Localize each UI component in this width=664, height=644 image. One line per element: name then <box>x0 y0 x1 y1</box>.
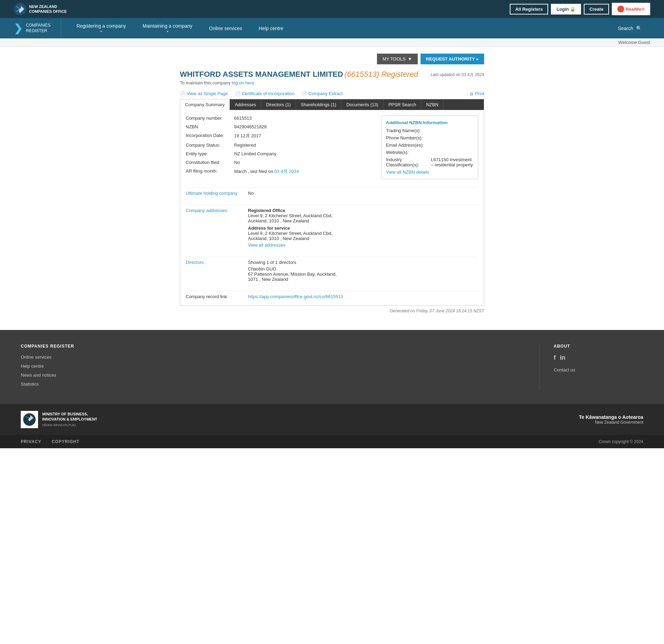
info-left: Company number: 6615513 NZBN: 9429046521… <box>186 116 375 179</box>
logo-text: COMPANIES REGISTER <box>26 23 50 34</box>
mbie-crest-icon <box>22 413 36 426</box>
nav-online-services[interactable]: Online services <box>201 18 250 38</box>
realme-icon <box>617 6 624 12</box>
mbie-logo-section: MINISTRY OF BUSINESS, INNOVATION & EMPLO… <box>21 411 97 428</box>
field-constitution: Constitution filed: No <box>186 160 375 165</box>
nzbn-title: Additional NZBN Information <box>386 120 474 125</box>
footer-left: COMPANIES REGISTER Online services Help … <box>21 344 526 390</box>
realme-button[interactable]: RealMe® <box>612 3 650 15</box>
certificate-incorporation-link[interactable]: 📄 Certificate of Incorporation <box>235 91 294 96</box>
tools-bar: MY TOOLS ▼ REQUEST AUTHORITY » <box>180 54 484 64</box>
chevron-down-icon: ▾ <box>167 29 168 33</box>
login-button[interactable]: Login 🔒 <box>551 4 581 15</box>
field-incorporation-date: Incorporation Date: 19 12月 2017 <box>186 133 375 139</box>
all-registers-button[interactable]: All Registers <box>510 4 548 15</box>
print-link[interactable]: 🖨 Print <box>469 91 484 96</box>
main-content: MY TOOLS ▼ REQUEST AUTHORITY » Last upda… <box>173 54 491 316</box>
my-tools-button[interactable]: MY TOOLS ▼ <box>377 54 417 64</box>
footer-legal: PRIVACY COPYRIGHT Crown copyright © 2024 <box>0 435 664 448</box>
service-address: Address for service Level 9, 2 Kitchener… <box>248 226 478 241</box>
nav-registering[interactable]: Registering a company ▾ <box>68 18 134 38</box>
list-item: Online services <box>21 354 526 360</box>
nzco-logo: NEW ZEALAND COMPANIES OFFICE <box>14 3 67 15</box>
tab-nzbn[interactable]: NZBN <box>421 99 443 110</box>
footer: COMPANIES REGISTER Online services Help … <box>0 330 664 404</box>
holding-label: Ultimate holding company <box>186 191 248 196</box>
last-updated: Last updated on 03 4月 2024 <box>431 72 484 78</box>
tab-directors[interactable]: Directors (1) <box>261 99 296 110</box>
search-icon: 🔍 <box>636 26 642 31</box>
nz-logo-text: NEW ZEALAND COMPANIES OFFICE <box>29 4 67 14</box>
tab-documents[interactable]: Documents (13) <box>341 99 383 110</box>
maintain-link-row: To maintain this company log on here <box>180 80 484 85</box>
footer-contact: Contact us <box>554 367 643 372</box>
nav-help-centre[interactable]: Help centre <box>250 18 292 38</box>
nzg-maori-text: Te Kāwanatanga o Aotearoa <box>579 414 643 420</box>
top-bar-actions: All Registers Login 🔒 Create RealMe® <box>510 3 650 15</box>
certificate-icon: 📄 <box>235 91 240 96</box>
request-authority-button[interactable]: REQUEST AUTHORITY » <box>421 54 484 64</box>
directors-section: Directors Showing 1 of 1 directors Chaob… <box>180 260 484 288</box>
directors-link[interactable]: Directors <box>186 260 204 265</box>
view-all-nzbn-link[interactable]: View all NZBN details <box>386 169 474 175</box>
company-number-status: (6615513) Registered <box>344 70 418 79</box>
footer-companies-title: COMPANIES REGISTER <box>21 344 526 349</box>
nav-maintaining[interactable]: Maintaining a company ▾ <box>134 18 201 38</box>
nzbn-email: Email Address(es): <box>386 142 474 148</box>
search-button[interactable]: Search 🔍 <box>610 18 650 38</box>
tab-addresses[interactable]: Addresses <box>230 99 261 110</box>
linkedin-icon[interactable]: in <box>560 354 565 361</box>
list-item: Statistics <box>21 381 526 387</box>
director-address1: 67 Patteson Avenue, Mission Bay, Aucklan… <box>248 272 478 277</box>
nav-bar: ❯ COMPANIES REGISTER Registering a compa… <box>0 18 664 38</box>
ar-filing-link[interactable]: 03 4月 2024 <box>274 169 299 174</box>
view-all-addresses-link[interactable]: View all addresses <box>248 242 478 248</box>
company-name: WHITFORD ASSETS MANAGEMENT LIMITED <box>180 70 343 79</box>
footer-online-services-link[interactable]: Online services <box>21 355 52 360</box>
nz-fern-icon <box>14 3 26 15</box>
field-company-status: Company Status: Registered <box>186 142 375 148</box>
director-name: Chaobin GUO <box>248 266 478 272</box>
addresses-section: Company addresses: Registered Office Lev… <box>180 208 484 254</box>
record-link-section: Company record link: https://app.compani… <box>180 294 484 305</box>
list-item: Help centre <box>21 363 526 369</box>
company-record-link[interactable]: https://app.companiesoffice.govt.nz/co/6… <box>248 294 343 299</box>
tab-shareholdings[interactable]: Shareholdings (1) <box>296 99 342 110</box>
footer-help-centre-link[interactable]: Help centre <box>21 364 44 369</box>
facebook-icon[interactable]: f <box>554 354 556 361</box>
company-info: Company number: 6615513 NZBN: 9429046521… <box>180 110 484 185</box>
footer-news-notices-link[interactable]: News and notices <box>21 372 56 378</box>
nzbn-info-box: Additional NZBN Information Trading Name… <box>381 116 478 179</box>
company-extract-link[interactable]: 📄 Company Extract <box>301 91 343 96</box>
dropdown-icon: ▼ <box>408 56 412 62</box>
privacy-link[interactable]: PRIVACY <box>21 439 41 444</box>
mbie-footer: MINISTRY OF BUSINESS, INNOVATION & EMPLO… <box>0 404 664 435</box>
company-addresses-link[interactable]: Company addresses: <box>186 208 228 213</box>
log-on-here-link[interactable]: log on here <box>232 80 254 85</box>
footer-statistics-link[interactable]: Statistics <box>21 381 39 387</box>
copyright-link[interactable]: COPYRIGHT <box>52 439 79 444</box>
company-title-section: Last updated on 03 4月 2024 WHITFORD ASSE… <box>180 70 484 79</box>
field-entity-type: Entity type: NZ Limited Company <box>186 151 375 156</box>
footer-about-title: ABOUT <box>554 344 643 349</box>
contact-us-link[interactable]: Contact us <box>554 367 575 372</box>
create-button[interactable]: Create <box>584 4 609 15</box>
nz-government: Te Kāwanatanga o Aotearoa New Zealand Go… <box>579 414 643 425</box>
nzbn-box: Additional NZBN Information Trading Name… <box>381 116 478 179</box>
holding-value: No <box>248 191 478 196</box>
tab-ppsr-search[interactable]: PPSR Search <box>384 99 421 110</box>
welcome-bar: Welcome Guest <box>0 38 664 47</box>
nzg-english-text: New Zealand Government <box>579 420 643 425</box>
tab-company-summary[interactable]: Company Summary <box>180 99 230 110</box>
director-address2: 1071 , New Zealand <box>248 277 478 282</box>
record-link-label: Company record link: <box>186 294 248 299</box>
nzbn-trading-name: Trading Name(s): <box>386 128 474 133</box>
chevron-down-icon: ▾ <box>100 29 102 33</box>
footer-grid: COMPANIES REGISTER Online services Help … <box>21 344 643 390</box>
document-links: 📄 View as Single Page 📄 Certificate of I… <box>180 91 484 96</box>
mbie-text: MINISTRY OF BUSINESS, INNOVATION & EMPLO… <box>42 412 97 427</box>
nav-items: Registering a company ▾ Maintaining a co… <box>68 18 610 38</box>
field-nzbn: NZBN: 9429046521828 <box>186 124 375 129</box>
view-single-page-link[interactable]: 📄 View as Single Page <box>180 91 228 96</box>
footer-right: ABOUT f in Contact us <box>540 344 643 390</box>
